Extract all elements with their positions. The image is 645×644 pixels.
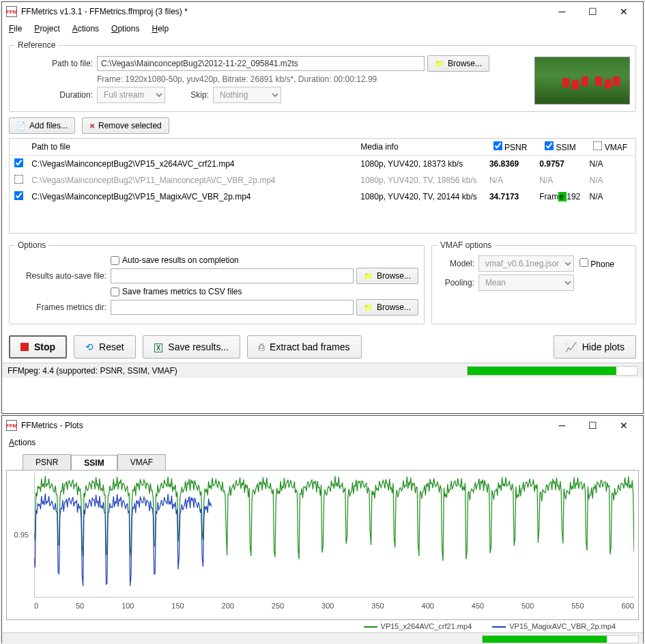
file-list[interactable]: Path to file Media info PSNR SSIM VMAF C… [9, 138, 636, 234]
menu-actions[interactable]: Actions [72, 24, 99, 33]
folder-icon [364, 271, 373, 281]
row-vmaf: N/A [586, 172, 635, 188]
reference-path-input[interactable] [97, 56, 425, 71]
tab-ssim[interactable]: SSIM [71, 455, 117, 471]
phone-checkbox[interactable] [579, 258, 588, 267]
options-fieldset: Options Auto-save results on completion … [9, 240, 425, 324]
table-row[interactable]: C:\Vegas\MainconceptBug2\VP15_x264AVC_cr… [10, 156, 635, 173]
phone-label: Phone [590, 260, 614, 269]
row-psnr: 34.7173 [485, 188, 535, 205]
vmaf-legend: VMAF options [438, 240, 494, 250]
reference-legend: Reference [15, 40, 58, 50]
maximize-button[interactable]: ☐ [577, 2, 608, 21]
autosave-checkbox[interactable] [111, 256, 119, 265]
plots-status-bar [2, 632, 643, 644]
reset-icon: ⟲ [85, 341, 94, 352]
col-ssim[interactable]: SSIM [535, 139, 585, 156]
save-results-button[interactable]: Save results... [143, 335, 240, 359]
minimize-button[interactable]: ─ [547, 2, 577, 21]
vmaf-fieldset: VMAF options Model: vmaf_v0.6.1neg.json … [431, 240, 636, 324]
duration-select[interactable]: Full stream [97, 87, 165, 103]
chart-legend: VP15_x264AVC_crf21.mp4 VP15_MagixAVC_VBR… [2, 620, 643, 632]
legend-series2: VP15_MagixAVC_VBR_2p.mp4 [492, 622, 616, 630]
main-progressbar [467, 366, 637, 376]
row-vmaf: N/A [586, 188, 635, 205]
row-checkbox[interactable] [14, 175, 23, 184]
table-row[interactable]: C:\Vegas\MainconceptBug2\VP15_MagixAVC_V… [10, 188, 635, 205]
results-browse-button[interactable]: Browse... [356, 268, 418, 284]
col-vmaf[interactable]: VMAF [586, 139, 635, 156]
chart-icon [565, 341, 577, 352]
frame-info: Frame: 1920x1080-50p, yuv420p, Bitrate: … [97, 74, 377, 84]
tab-psnr[interactable]: PSNR [23, 454, 71, 470]
table-row[interactable]: C:\Vegas\MainconceptBug2\VP11_Mainconcep… [10, 172, 635, 188]
chart: 0.95 05010015020025030035040045050055060… [6, 470, 639, 620]
plots-titlebar[interactable]: FFM FFMetrics - Plots ─ ☐ ✕ [2, 416, 643, 435]
row-checkbox[interactable] [14, 158, 23, 168]
menu-project[interactable]: Project [34, 24, 59, 33]
psnr-header-checkbox[interactable] [493, 141, 502, 151]
framesdir-browse-button[interactable]: Browse... [356, 299, 418, 316]
plot-tabs: PSNR SSIM VMAF [23, 454, 643, 470]
stop-button[interactable]: Stop [9, 335, 67, 359]
vmaf-pooling-label: Pooling: [438, 278, 478, 288]
plots-close-button[interactable]: ✕ [608, 416, 639, 435]
extract-frames-button[interactable]: Extract bad frames [247, 335, 362, 359]
status-bar: FFMpeg: 4.4 (supported: PSNR, SSIM, VMAF… [2, 363, 643, 378]
row-checkbox[interactable] [14, 191, 23, 201]
stop-icon [20, 343, 29, 351]
vmaf-model-select[interactable]: vmaf_v0.6.1neg.json [478, 255, 574, 272]
options-legend: Options [15, 240, 48, 250]
row-path: C:\Vegas\MainconceptBug2\VP15_x264AVC_cr… [27, 156, 356, 173]
close-button[interactable]: ✕ [608, 2, 639, 21]
plots-minimize-button[interactable]: ─ [547, 416, 577, 435]
ytick-label: 0.95 [14, 531, 29, 539]
hide-plots-button[interactable]: Hide plots [554, 335, 636, 359]
reference-browse-button[interactable]: Browse... [427, 55, 489, 72]
row-ssim: 0.9757 [535, 156, 585, 173]
results-file-input[interactable] [111, 268, 354, 283]
remove-icon [89, 121, 95, 130]
skip-select[interactable]: Nothing [213, 87, 281, 103]
vmaf-model-label: Model: [438, 259, 478, 268]
extract-icon [259, 341, 264, 352]
vmaf-header-checkbox[interactable] [593, 141, 603, 151]
status-text: FFMpeg: 4.4 (supported: PSNR, SSIM, VMAF… [8, 366, 177, 376]
frames-dir-input[interactable] [111, 300, 354, 315]
plots-menu-actions[interactable]: Actions [9, 438, 35, 447]
row-psnr: 36.8369 [485, 156, 535, 173]
x-axis: 050100150200250300350400450500550600 [34, 602, 634, 610]
results-file-label: Results auto-save file: [15, 271, 111, 281]
menubar: File Project Actions Options Help [2, 21, 643, 36]
row-media: 1080p, YUV420, TV, 20144 kb/s [356, 188, 485, 205]
reference-thumbnail [534, 57, 630, 104]
reference-fieldset: Reference Path to file: Browse... Frame:… [9, 40, 636, 112]
col-path[interactable]: Path to file [27, 139, 356, 156]
app-icon: FFM [6, 420, 17, 431]
plots-progressbar [482, 635, 639, 643]
autosave-label: Auto-save results on completion [122, 255, 239, 265]
col-psnr[interactable]: PSNR [485, 139, 535, 156]
col-media[interactable]: Media info [356, 139, 485, 156]
reset-button[interactable]: ⟲Reset [74, 335, 136, 359]
titlebar[interactable]: FFM FFMetrics v1.3.1 - FFMetrics.ffmproj… [2, 2, 643, 21]
plots-maximize-button[interactable]: ☐ [577, 416, 608, 435]
menu-help[interactable]: Help [152, 24, 169, 33]
frames-dir-label: Frames metrics dir: [15, 303, 111, 312]
excel-icon [154, 341, 163, 352]
menu-file[interactable]: File [9, 24, 22, 33]
app-icon: FFM [6, 6, 17, 17]
row-path: C:\Vegas\MainconceptBug2\VP11_Mainconcep… [27, 172, 356, 188]
ssim-header-checkbox[interactable] [545, 141, 554, 151]
csv-checkbox[interactable] [111, 288, 119, 296]
vmaf-pooling-select[interactable]: Mean [478, 275, 574, 291]
plots-title: FFMetrics - Plots [21, 421, 547, 430]
main-window: FFM FFMetrics v1.3.1 - FFMetrics.ffmproj… [1, 1, 644, 414]
add-files-button[interactable]: Add files... [9, 117, 75, 134]
menu-options[interactable]: Options [111, 24, 139, 33]
csv-label: Save frames metrics to CSV files [122, 287, 242, 296]
add-files-icon [16, 121, 26, 130]
remove-selected-button[interactable]: Remove selected [82, 117, 169, 134]
tab-vmaf[interactable]: VMAF [117, 454, 166, 470]
row-media: 1080p, YUV420, 18373 kb/s [356, 156, 485, 173]
